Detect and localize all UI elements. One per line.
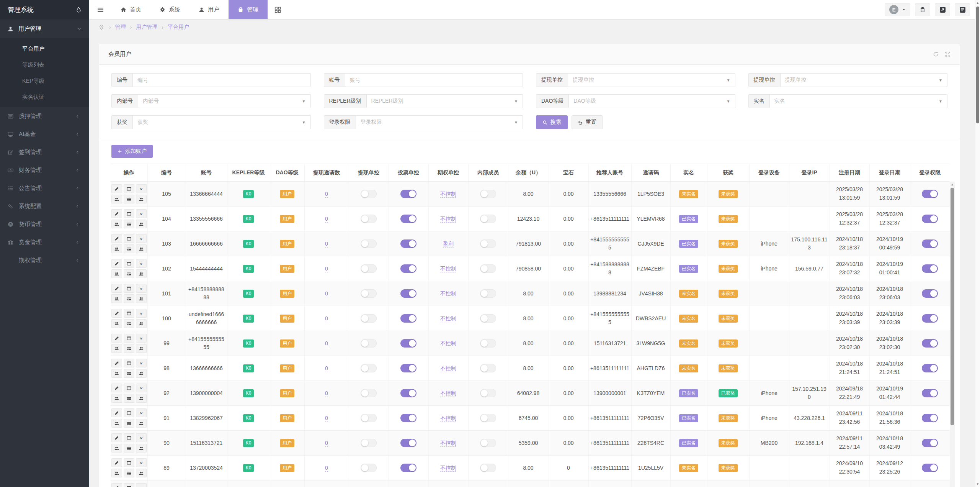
card-button[interactable]: [124, 469, 134, 477]
vimeo-button[interactable]: [136, 184, 147, 193]
users-button[interactable]: [111, 469, 122, 477]
sidebar-item-5[interactable]: 系统配置: [0, 197, 89, 215]
vimeo-button[interactable]: [136, 259, 147, 268]
vote-control-toggle[interactable]: [400, 464, 416, 472]
internal-member-toggle[interactable]: [480, 239, 496, 248]
invites-link[interactable]: 0: [325, 315, 328, 322]
users-button[interactable]: [136, 444, 147, 453]
login-permission-toggle[interactable]: [922, 190, 938, 198]
trash-button[interactable]: [915, 3, 930, 16]
option-control-link[interactable]: 不控制: [440, 315, 456, 322]
sidebar-subitem-2[interactable]: KEP等级: [0, 73, 89, 89]
users-button[interactable]: [111, 444, 122, 453]
invites-link[interactable]: 0: [325, 241, 328, 248]
users-button[interactable]: [111, 294, 122, 303]
breadcrumb-user-management[interactable]: 用户管理: [136, 24, 157, 31]
apps-grid-button[interactable]: [268, 0, 288, 19]
login-permission-toggle[interactable]: [922, 464, 938, 472]
sidebar-item-0[interactable]: 质押管理: [0, 107, 89, 125]
table-scrollbar[interactable]: ▲ ▼: [950, 182, 955, 487]
login-permission-toggle[interactable]: [922, 339, 938, 348]
提现单控-select[interactable]: 提现单控▼: [781, 74, 947, 87]
refresh-button[interactable]: [933, 51, 939, 57]
users-button[interactable]: [136, 269, 147, 278]
search-button[interactable]: 搜索: [536, 115, 568, 129]
window-button[interactable]: [124, 184, 134, 193]
window-button[interactable]: [124, 359, 134, 367]
option-control-link[interactable]: 不控制: [440, 390, 456, 397]
option-control-link[interactable]: 不控制: [440, 440, 456, 447]
vimeo-button[interactable]: [136, 359, 147, 367]
账号-input[interactable]: [345, 74, 523, 87]
withdraw-control-toggle[interactable]: [361, 339, 377, 348]
card-button[interactable]: [124, 394, 134, 403]
login-permission-toggle[interactable]: [922, 239, 938, 248]
vimeo-button[interactable]: [136, 309, 147, 318]
vote-control-toggle[interactable]: [400, 190, 416, 198]
users-button[interactable]: [111, 269, 122, 278]
withdraw-control-toggle[interactable]: [361, 289, 377, 298]
card-button[interactable]: [124, 444, 134, 453]
card-button[interactable]: [124, 319, 134, 328]
获奖-select[interactable]: 获奖▼: [133, 116, 310, 129]
vimeo-button[interactable]: [136, 384, 147, 392]
internal-member-toggle[interactable]: [480, 364, 496, 372]
option-control-link[interactable]: 盈利: [443, 241, 454, 248]
internal-member-toggle[interactable]: [480, 339, 496, 348]
users-button[interactable]: [136, 220, 147, 228]
page-scrollbar-thumb[interactable]: [976, 7, 979, 123]
invites-link[interactable]: 0: [325, 390, 328, 397]
window-button[interactable]: [124, 334, 134, 343]
scroll-up-arrow[interactable]: ▲: [950, 182, 955, 187]
login-permission-toggle[interactable]: [922, 264, 938, 273]
edit-button[interactable]: [111, 483, 122, 487]
withdraw-control-toggle[interactable]: [361, 414, 377, 422]
tab-system[interactable]: 系统: [150, 0, 189, 19]
option-control-link[interactable]: 不控制: [440, 216, 456, 223]
login-permission-toggle[interactable]: [922, 289, 938, 298]
users-button[interactable]: [136, 294, 147, 303]
login-permission-toggle[interactable]: [922, 439, 938, 447]
card-button[interactable]: [124, 369, 134, 378]
internal-member-toggle[interactable]: [480, 289, 496, 298]
internal-member-toggle[interactable]: [480, 190, 496, 198]
vimeo-button[interactable]: [136, 483, 147, 487]
edit-button[interactable]: [111, 433, 122, 442]
login-permission-toggle[interactable]: [922, 314, 938, 323]
option-control-link[interactable]: 不控制: [440, 415, 456, 422]
users-button[interactable]: [136, 469, 147, 477]
sidebar-item-7[interactable]: 赏金管理: [0, 233, 89, 251]
vimeo-button[interactable]: [136, 458, 147, 467]
tab-user[interactable]: 用户: [189, 0, 229, 19]
log-panel-button[interactable]: [955, 3, 970, 16]
withdraw-control-toggle[interactable]: [361, 314, 377, 323]
vimeo-button[interactable]: [136, 334, 147, 343]
edit-button[interactable]: [111, 284, 122, 293]
page-scroll-down-arrow[interactable]: ▼: [975, 481, 980, 487]
vote-control-toggle[interactable]: [400, 289, 416, 298]
withdraw-control-toggle[interactable]: [361, 215, 377, 223]
internal-member-toggle[interactable]: [480, 439, 496, 447]
option-control-link[interactable]: 不控制: [440, 191, 456, 198]
vote-control-toggle[interactable]: [400, 314, 416, 323]
login-permission-toggle[interactable]: [922, 389, 938, 397]
window-button[interactable]: [124, 209, 134, 218]
vimeo-button[interactable]: [136, 433, 147, 442]
login-permission-toggle[interactable]: [922, 215, 938, 223]
users-button[interactable]: [111, 195, 122, 203]
vote-control-toggle[interactable]: [400, 215, 416, 223]
window-button[interactable]: [124, 458, 134, 467]
card-button[interactable]: [124, 244, 134, 253]
users-button[interactable]: [136, 195, 147, 203]
option-control-link[interactable]: 不控制: [440, 365, 456, 372]
users-button[interactable]: [111, 319, 122, 328]
internal-member-toggle[interactable]: [480, 389, 496, 397]
window-button[interactable]: [124, 384, 134, 392]
withdraw-control-toggle[interactable]: [361, 364, 377, 372]
edit-button[interactable]: [111, 209, 122, 218]
internal-member-toggle[interactable]: [480, 264, 496, 273]
internal-member-toggle[interactable]: [480, 215, 496, 223]
sidebar-item-3[interactable]: 财务管理: [0, 161, 89, 179]
users-button[interactable]: [111, 394, 122, 403]
sidebar-subitem-1[interactable]: 等级列表: [0, 57, 89, 73]
